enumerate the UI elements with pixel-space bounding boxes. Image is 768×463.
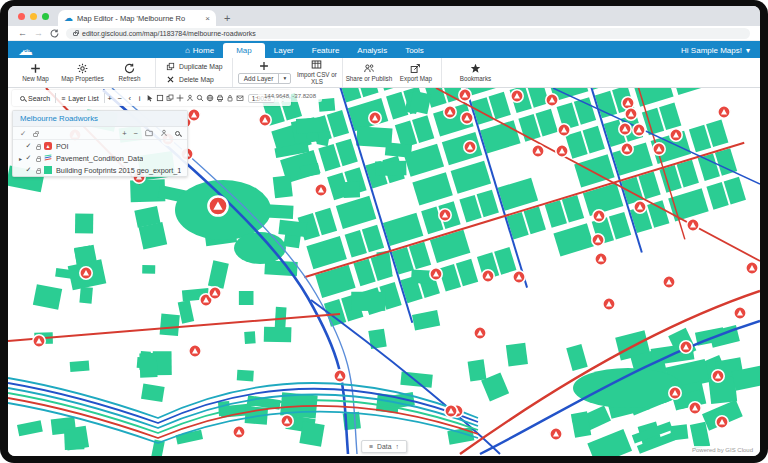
chevron-down-icon: ▾ (746, 46, 750, 55)
browser-tabstrip: ☁ Map Editor - Map 'Melbourne Ro × + (8, 6, 760, 26)
ribbon-group-duplicate: Duplicate Map Delete Map (156, 58, 233, 87)
refresh-icon (124, 63, 135, 74)
user-greeting: Hi Sample Maps! (681, 46, 742, 55)
import-csv-button[interactable]: Import CSV or XLS (293, 58, 340, 87)
plus-icon (30, 63, 41, 74)
reload-icon[interactable] (50, 29, 59, 38)
layer-lock-icon[interactable] (36, 146, 41, 150)
export-map-button[interactable]: Export Map (392, 58, 439, 87)
close-tab-icon[interactable]: × (205, 14, 210, 23)
printer-icon (216, 94, 224, 102)
user-menu[interactable]: Hi Sample Maps! ▾ (671, 43, 760, 58)
duplicate-map-button[interactable]: Duplicate Map (166, 62, 222, 71)
menu-tools[interactable]: Tools (396, 43, 433, 58)
search-button[interactable]: Search (15, 90, 55, 106)
layer-panel-title: Melbourne Roadworks (13, 111, 187, 127)
pointer-tool-button[interactable] (145, 90, 155, 106)
giscloud-favicon-cloud-icon: ☁ (64, 14, 73, 23)
check-all-icon[interactable]: ✓ (20, 129, 26, 138)
print-button[interactable] (215, 90, 225, 106)
layer-lock-icon[interactable] (36, 170, 41, 174)
back-icon[interactable]: ← (18, 29, 27, 38)
add-layer-button[interactable]: Add Layer ▾ (235, 58, 293, 87)
forward-icon[interactable]: → (34, 29, 43, 38)
expand-icon[interactable]: ▸ (17, 155, 24, 162)
close-window-button[interactable] (18, 13, 25, 20)
menu-feature[interactable]: Feature (303, 43, 349, 58)
data-panel-label: Data (377, 443, 391, 450)
map-canvas[interactable]: Search ≡ Layer List + − ‹ i (8, 88, 760, 456)
select-box-button[interactable] (155, 90, 165, 106)
refresh-button[interactable]: Refresh (106, 58, 153, 87)
map-properties-button[interactable]: Map Properties (59, 58, 106, 87)
identify-button[interactable] (185, 90, 195, 106)
import-csv-label: Import CSV or XLS (293, 72, 340, 86)
data-panel-toggle[interactable]: ≡ Data ↑ (361, 440, 407, 453)
export-icon (410, 63, 421, 74)
map-properties-label: Map Properties (61, 76, 104, 83)
lock-icon (73, 32, 78, 36)
layer-row-buildings[interactable]: ✓ Building Footprints 2015 geo_export_1 (13, 164, 187, 176)
menu-layer[interactable]: Layer (265, 43, 303, 58)
logo-text: GIS (24, 48, 32, 53)
chevron-down-icon[interactable]: ▾ (279, 74, 290, 83)
ribbon-group-share: Share or Publish Export Map (343, 58, 442, 87)
ribbon-group-layers: Add Layer ▾ Import CSV or XLS (233, 58, 343, 87)
search-layers-icon[interactable] (175, 131, 180, 136)
giscloud-logo[interactable]: ☁ GIS (18, 41, 44, 58)
menu-analysis-label: Analysis (357, 46, 387, 55)
people-icon (363, 63, 375, 74)
permalink-button[interactable] (225, 90, 235, 106)
zoom-out-button[interactable]: − (115, 90, 125, 106)
menu-map-label: Map (236, 46, 252, 55)
delete-map-label: Delete Map (179, 76, 214, 83)
full-extent-button[interactable] (205, 90, 215, 106)
layer-row-pavement[interactable]: ▸ ✓ Pavement_Condition_Data (13, 152, 187, 164)
owner-icon[interactable] (160, 129, 168, 137)
zoom-select-button[interactable] (195, 90, 205, 106)
add-layer-icon[interactable]: + (122, 129, 126, 138)
lock-all-icon[interactable] (33, 133, 38, 137)
ribbon-toolbar: New Map Map Properties Refresh (8, 58, 760, 88)
tab-title: Map Editor - Map 'Melbourne Ro (77, 14, 201, 23)
page-url: editor.giscloud.com/map/1183784/melbourn… (82, 30, 256, 37)
lock-icon (226, 94, 234, 102)
send-map-button[interactable] (235, 90, 245, 106)
magnifier-icon (196, 94, 204, 102)
info-button[interactable]: i (135, 90, 145, 106)
previous-extent-button[interactable]: ‹ (125, 90, 135, 106)
menu-layer-label: Layer (274, 46, 294, 55)
window-controls (8, 6, 58, 26)
menu-analysis[interactable]: Analysis (348, 43, 396, 58)
layer-visibility-checkbox[interactable]: ✓ (24, 166, 33, 174)
layer-visibility-checkbox[interactable]: ✓ (24, 142, 33, 150)
minimize-window-button[interactable] (30, 13, 37, 20)
layer-panel-tools: ✓ + − (13, 127, 187, 140)
export-map-label: Export Map (400, 76, 432, 83)
list-icon: ≡ (61, 95, 65, 102)
remove-layer-icon[interactable]: − (134, 129, 138, 138)
address-bar[interactable]: editor.giscloud.com/map/1183784/melbourn… (66, 28, 750, 39)
browser-urlbar: ← → editor.giscloud.com/map/1183784/melb… (8, 26, 760, 41)
pan-button[interactable] (175, 90, 185, 106)
menu-map[interactable]: Map (223, 43, 265, 58)
new-map-button[interactable]: New Map (12, 58, 59, 87)
maximize-window-button[interactable] (42, 13, 49, 20)
share-publish-button[interactable]: Share or Publish (345, 58, 392, 87)
ribbon-group-map: New Map Map Properties Refresh (10, 58, 156, 87)
layer-row-poi[interactable]: ✓ ▲ POI (13, 140, 187, 152)
layer-lock-icon[interactable] (36, 158, 41, 162)
list-icon: ≡ (369, 443, 373, 450)
layer-list-button[interactable]: ≡ Layer List (56, 90, 103, 106)
zoom-in-button[interactable]: + (105, 90, 115, 106)
select-layer-button[interactable] (165, 90, 175, 106)
new-tab-button[interactable]: + (224, 12, 230, 24)
bookmarks-button[interactable]: Bookmarks (444, 58, 506, 87)
menu-tools-label: Tools (405, 46, 424, 55)
menu-home[interactable]: ⌂ Home (176, 43, 223, 58)
folder-icon[interactable] (145, 129, 153, 137)
person-icon (186, 94, 194, 102)
browser-tab[interactable]: ☁ Map Editor - Map 'Melbourne Ro × (58, 10, 216, 26)
delete-map-button[interactable]: Delete Map (166, 75, 222, 84)
layer-visibility-checkbox[interactable]: ✓ (24, 154, 33, 162)
